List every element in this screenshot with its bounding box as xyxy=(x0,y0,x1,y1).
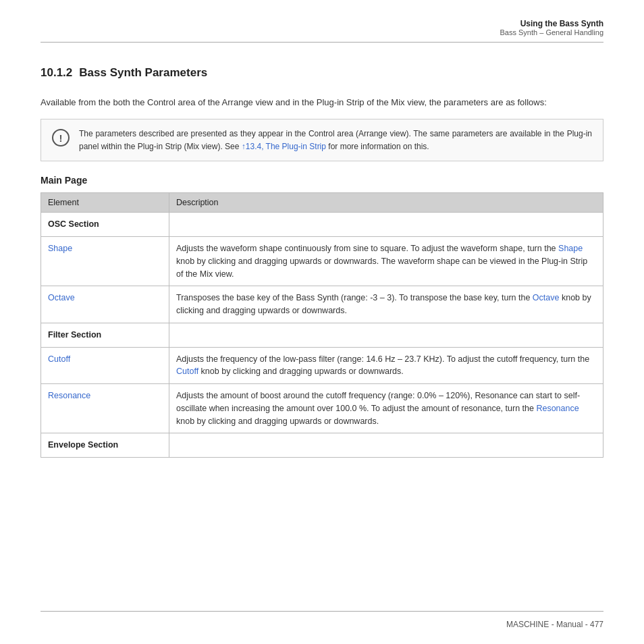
params-table: Element Description OSC Section Shape Ad… xyxy=(41,192,603,458)
filter-section-desc xyxy=(169,323,603,347)
footer-page-info: MASCHINE - Manual - 477 xyxy=(506,620,603,629)
section-title: Bass Synth Parameters xyxy=(79,66,207,80)
info-box-text: The parameters described are presented a… xyxy=(79,128,592,153)
shape-link[interactable]: Shape xyxy=(48,244,72,253)
header-divider xyxy=(41,42,603,43)
shape-description: Adjusts the waveform shape continuously … xyxy=(169,237,603,286)
envelope-section-desc xyxy=(169,433,603,458)
resonance-link[interactable]: Resonance xyxy=(48,391,90,400)
info-link[interactable]: ↑13.4, The Plug-in Strip xyxy=(242,142,326,151)
osc-section-desc xyxy=(169,213,603,237)
header-title: Using the Bass Synth xyxy=(500,19,603,28)
info-icon: ! xyxy=(52,129,70,146)
table-row: Cutoff Adjusts the frequency of the low-… xyxy=(41,347,603,384)
table-row: OSC Section xyxy=(41,213,603,237)
footer-divider xyxy=(41,611,603,612)
col-header-element: Element xyxy=(41,193,169,213)
col-header-description: Description xyxy=(169,193,603,213)
resonance-element: Resonance xyxy=(41,384,169,433)
main-content: 10.1.2 Bass Synth Parameters Available f… xyxy=(41,54,603,603)
page-header: Using the Bass Synth Bass Synth – Genera… xyxy=(500,19,603,36)
cutoff-link[interactable]: Cutoff xyxy=(48,354,70,364)
shape-inline-link[interactable]: Shape xyxy=(558,244,583,253)
shape-element: Shape xyxy=(41,237,169,286)
table-row: Envelope Section xyxy=(41,433,603,458)
table-row: Shape Adjusts the waveform shape continu… xyxy=(41,237,603,286)
subsection-heading: Main Page xyxy=(41,175,603,186)
info-box: ! The parameters described are presented… xyxy=(41,119,603,161)
resonance-inline-link[interactable]: Resonance xyxy=(536,404,579,413)
table-row: Filter Section xyxy=(41,323,603,347)
section-number: 10.1.2 xyxy=(41,66,72,80)
octave-element: Octave xyxy=(41,286,169,323)
octave-inline-link[interactable]: Octave xyxy=(533,293,560,302)
envelope-section-label: Envelope Section xyxy=(41,433,169,458)
filter-section-label: Filter Section xyxy=(41,323,169,347)
header-subtitle: Bass Synth – General Handling xyxy=(500,28,603,36)
octave-description: Transposes the base key of the Bass Synt… xyxy=(169,286,603,323)
resonance-description: Adjusts the amount of boost around the c… xyxy=(169,384,603,433)
cutoff-inline-link[interactable]: Cutoff xyxy=(176,367,198,376)
table-row: Resonance Adjusts the amount of boost ar… xyxy=(41,384,603,433)
page-container: Using the Bass Synth Bass Synth – Genera… xyxy=(0,0,644,644)
section-body: Available from the both the Control area… xyxy=(41,96,603,109)
cutoff-description: Adjusts the frequency of the low-pass fi… xyxy=(169,347,603,384)
osc-section-label: OSC Section xyxy=(41,213,169,237)
octave-link[interactable]: Octave xyxy=(48,293,75,302)
cutoff-element: Cutoff xyxy=(41,347,169,384)
table-row: Octave Transposes the base key of the Ba… xyxy=(41,286,603,323)
